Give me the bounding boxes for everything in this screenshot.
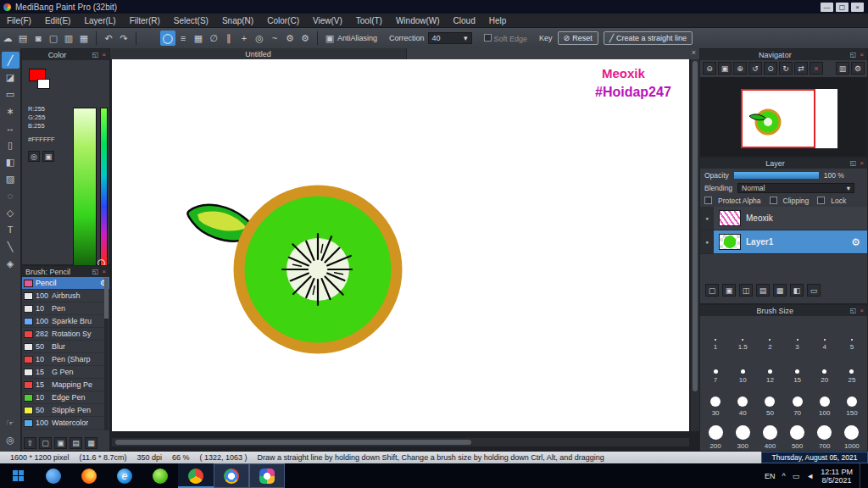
medibang-paint-icon[interactable]	[249, 463, 285, 488]
select-rect-tool[interactable]: ▭	[2, 86, 19, 103]
delete-brush-icon[interactable]: ▦	[85, 437, 97, 449]
vertical-scrollbar[interactable]	[691, 59, 699, 431]
close-panel-icon[interactable]: ×	[860, 307, 864, 314]
taskbar-clock[interactable]: 12:11 PM 8/5/2021	[821, 468, 853, 485]
brush-size-option[interactable]: 200	[702, 419, 729, 452]
layer-visibility-icon[interactable]: ●	[700, 230, 714, 253]
convert-layer-icon[interactable]: ◧	[790, 284, 804, 297]
menu-edit[interactable]: Edit(E)	[38, 16, 78, 25]
merge-layer-icon[interactable]: ▦	[773, 284, 787, 297]
brush-size-option[interactable]: 25	[838, 352, 865, 385]
brush-item[interactable]: 100Watercolor	[22, 417, 109, 430]
layer-row-layer1-selected[interactable]: ● Layer1 ⚙	[700, 230, 867, 254]
brush-item[interactable]: 15G Pen	[22, 366, 109, 379]
touch-keyboard-icon[interactable]: ▭	[793, 472, 800, 480]
brush-item[interactable]: 50Stipple Pen	[22, 404, 109, 417]
pen-tool[interactable]: ╱	[2, 52, 19, 69]
menu-color[interactable]: Color(C)	[260, 16, 306, 25]
brush-size-option[interactable]: 1.5	[729, 319, 756, 352]
brush-folder-icon[interactable]: ▤	[70, 437, 82, 449]
brush-mode-icon[interactable]: ◯	[160, 30, 175, 46]
brush-size-option[interactable]: 30	[702, 385, 729, 419]
brush-size-option[interactable]: 500	[784, 419, 811, 452]
menu-help[interactable]: Help	[482, 16, 514, 25]
text-tool[interactable]: T	[2, 221, 19, 238]
menu-view[interactable]: View(V)	[306, 16, 349, 25]
popout-icon[interactable]: ◱	[850, 51, 857, 58]
antialias-icon[interactable]: ▣	[322, 30, 337, 46]
volume-icon[interactable]: ◄	[806, 472, 814, 480]
maximize-button[interactable]: ▢	[836, 3, 849, 12]
rotate-reset-icon[interactable]: ⊙	[764, 62, 777, 75]
brush-item[interactable]: 100Sparkle Bru	[22, 315, 109, 328]
close-panel-icon[interactable]: ×	[102, 51, 106, 58]
brush-size-option[interactable]: 2	[756, 319, 783, 352]
reset-button[interactable]: ⊘ Reset	[558, 31, 598, 45]
snap-radial-icon[interactable]: ◎	[252, 30, 267, 46]
popout-icon[interactable]: ◱	[850, 159, 857, 167]
tab-untitled[interactable]: Untitled	[110, 48, 407, 59]
popout-icon[interactable]: ◱	[92, 51, 99, 58]
brush-size-option[interactable]: 4	[811, 319, 838, 352]
protect-alpha-checkbox[interactable]	[704, 197, 712, 204]
brush-item[interactable]: 10Edge Pen	[22, 391, 109, 404]
drawing-canvas[interactable]: Meoxik #Hoidap247	[112, 59, 689, 431]
brush-item[interactable]: 100Airbrush	[22, 290, 109, 302]
shape-fill-tool[interactable]: ▯	[2, 136, 19, 153]
background-color-swatch[interactable]	[37, 79, 50, 89]
opacity-slider[interactable]	[734, 172, 819, 179]
magic-wand-tool[interactable]: ∗	[2, 103, 19, 119]
move-layer-icon[interactable]: ◫	[739, 284, 753, 297]
snap-parallel-icon[interactable]: ∥	[221, 30, 236, 46]
menu-select[interactable]: Select(S)	[167, 16, 215, 25]
brush-size-option[interactable]: 5	[838, 319, 865, 352]
brush-size-option[interactable]: 3	[784, 319, 811, 352]
grid-icon[interactable]: ▦	[76, 30, 92, 46]
undo-icon[interactable]: ↶	[101, 30, 116, 46]
soft-edge-checkbox[interactable]	[484, 34, 492, 42]
delete-layer-icon[interactable]: ▭	[807, 284, 821, 297]
move-tool[interactable]: ↔	[2, 119, 19, 136]
menu-layer[interactable]: Layer(L)	[77, 16, 122, 25]
minimize-button[interactable]: —	[821, 3, 833, 12]
brush-size-option[interactable]: 1	[702, 319, 729, 352]
brush-size-option[interactable]: 50	[756, 385, 783, 419]
eraser-tool[interactable]: ◪	[2, 69, 19, 86]
brush-size-option[interactable]: 700	[811, 419, 838, 452]
flip-icon[interactable]: ⇄	[794, 62, 808, 75]
brush-size-option[interactable]: 7	[702, 352, 729, 385]
close-panel-icon[interactable]: ×	[860, 51, 864, 58]
chrome-active-icon[interactable]	[214, 463, 249, 488]
tool-settings-icon[interactable]: ⚙	[298, 30, 313, 46]
brush-item[interactable]: 50Blur	[22, 341, 109, 353]
brush-item[interactable]: 15Mapping Pe	[22, 379, 109, 391]
menu-tool[interactable]: Tool(T)	[349, 16, 389, 25]
rotate-ccw-icon[interactable]: ↺	[748, 62, 762, 75]
nav-settings-icon[interactable]: ⚙	[851, 62, 865, 75]
brush-size-option[interactable]: 1000	[838, 419, 865, 452]
snap-curve-icon[interactable]: ~	[267, 30, 282, 46]
zoom-tool[interactable]: ◎	[2, 431, 19, 448]
brush-list-scrollbar[interactable]	[104, 278, 108, 430]
chrome-icon[interactable]	[178, 463, 214, 488]
zoom-out-icon[interactable]: ⊖	[703, 62, 716, 75]
close-panel-icon[interactable]: ×	[102, 268, 106, 275]
hand-tool[interactable]: ☞	[2, 414, 19, 431]
layer-visibility-icon[interactable]: ●	[700, 207, 714, 230]
color-wheel-icon[interactable]: ◎	[28, 151, 40, 162]
start-button[interactable]	[0, 463, 36, 488]
language-indicator[interactable]: EN	[765, 472, 776, 480]
menu-window[interactable]: Window(W)	[389, 16, 447, 25]
gradient-tool[interactable]: ▨	[2, 170, 19, 187]
brush-item[interactable]: 282Rotation Sy	[22, 328, 109, 341]
nav-pages-icon[interactable]: ▥	[836, 62, 849, 75]
cloud-upload-icon[interactable]: ☁	[0, 30, 15, 46]
menu-filter[interactable]: Filter(R)	[123, 16, 167, 25]
horizontal-scrollbar[interactable]	[112, 438, 689, 446]
add-brush-icon[interactable]: ▢	[39, 437, 52, 449]
tray-expand-icon[interactable]: ^	[782, 472, 785, 480]
add-layer-icon[interactable]: ▢	[705, 284, 719, 297]
blending-dropdown[interactable]: Normal ▾	[737, 183, 854, 193]
brush-size-option[interactable]: 10	[729, 352, 756, 385]
snap-off-icon[interactable]: ∅	[206, 30, 221, 46]
